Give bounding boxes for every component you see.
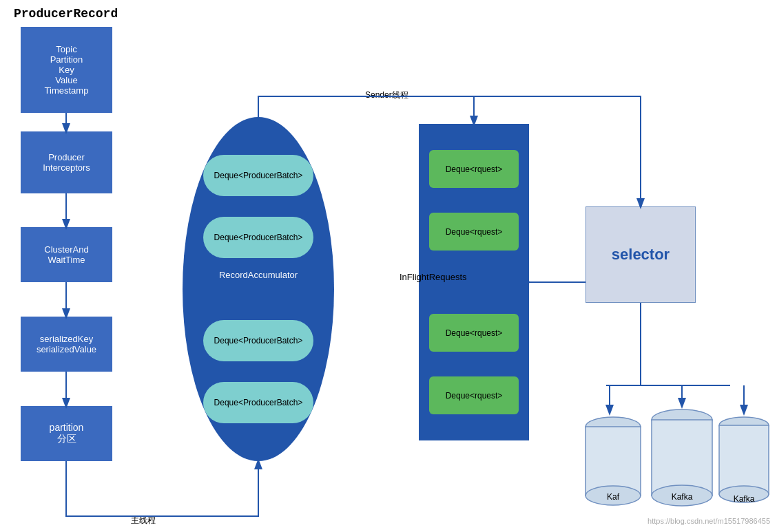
- producer-batch-1: Deque<ProducerBatch>: [203, 155, 313, 196]
- box-serialized: serializedKey serializedValue: [21, 317, 112, 372]
- watermark: https://blog.csdn.net/m15517986455: [648, 517, 770, 525]
- kafka-cylinder-1: Kaf: [582, 413, 644, 512]
- main-thread-label: 主线程: [131, 515, 156, 526]
- kafka-cylinder-3: Kafka: [716, 413, 771, 512]
- box-topic: Topic Partition Key Value Timestamp: [21, 27, 112, 113]
- deque-request-2: Deque<rquest>: [429, 213, 519, 251]
- svg-rect-7: [719, 425, 769, 494]
- kafka-label-2: Kafka: [648, 492, 716, 502]
- box-partition: partition分区: [21, 406, 112, 461]
- inflight-label: InFlightRequests: [400, 272, 467, 282]
- deque-request-4: Deque<rquest>: [429, 376, 519, 414]
- box-interceptors: Producer Interceptors: [21, 131, 112, 193]
- record-accumulator: Deque<ProducerBatch> Deque<ProducerBatch…: [183, 117, 334, 461]
- producer-batch-4: Deque<ProducerBatch>: [203, 382, 313, 423]
- kafka-label-3: Kafka: [716, 494, 771, 504]
- svg-rect-4: [652, 420, 712, 496]
- selector-label: selector: [612, 246, 670, 264]
- deque-request-1: Deque<rquest>: [429, 150, 519, 188]
- inflight-box: Deque<rquest> Deque<rquest> Deque<rquest…: [419, 124, 529, 440]
- selector-box: selector: [586, 206, 696, 303]
- producer-batch-3: Deque<ProducerBatch>: [203, 320, 313, 361]
- producer-batch-2: Deque<ProducerBatch>: [203, 217, 313, 258]
- deque-request-3: Deque<rquest>: [429, 314, 519, 352]
- kafka-label-1: Kaf: [582, 492, 644, 502]
- diagram-container: ProducerRecord Topic Partition Key Value…: [0, 0, 777, 532]
- kafka-cylinder-2: Kafka: [648, 406, 716, 512]
- box-cluster: ClusterAnd WaitTime: [21, 227, 112, 282]
- svg-rect-1: [586, 427, 641, 496]
- page-title: ProducerRecord: [14, 7, 118, 21]
- sender-thread-label: Sender线程: [365, 89, 408, 101]
